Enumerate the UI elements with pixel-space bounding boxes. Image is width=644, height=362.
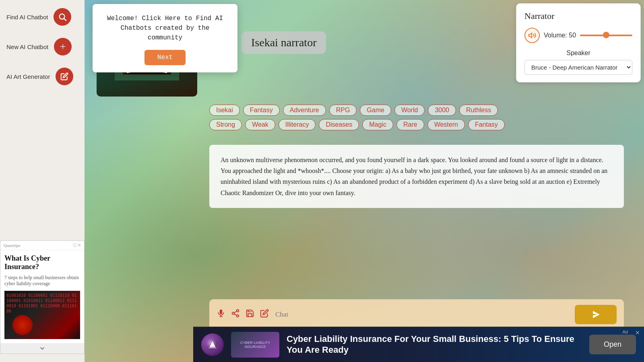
chat-input[interactable]: [275, 309, 568, 320]
tag-rare[interactable]: Rare: [396, 119, 424, 130]
svg-marker-11: [529, 33, 532, 38]
sidebar-item-label: AI Art Generator: [6, 73, 50, 80]
svg-point-0: [60, 14, 65, 19]
volume-row: Volume: 50: [524, 28, 632, 43]
welcome-text: Welcome! Click Here to Find AI Chatbots …: [104, 14, 226, 43]
tag-isekai[interactable]: Isekai: [209, 105, 240, 116]
svg-line-1: [64, 19, 66, 21]
speaker-label: Speaker: [524, 49, 632, 57]
plus-icon[interactable]: +: [54, 38, 72, 56]
ad-code-text: 01001010 01100001 01110110 01100001 0101…: [6, 293, 78, 314]
ad-indicator-label: Ad: [623, 329, 628, 334]
tag-illiteracy[interactable]: Illiteracy: [279, 119, 316, 130]
svg-line-18: [234, 314, 237, 315]
pencil-icon[interactable]: [260, 309, 269, 320]
sidebar-item-new-chatbot[interactable]: New AI Chatbot +: [0, 38, 85, 56]
side-ad-panel: Questtips ⓘ ✕ What Is Cyber Insurance? 7…: [0, 241, 85, 354]
bottom-ad-banner: CYBER LIABILITY INSURANCE Cyber Liabilit…: [193, 327, 644, 362]
ad-header: Questtips ⓘ ✕: [0, 241, 84, 250]
next-button[interactable]: Next: [144, 50, 186, 65]
tag-world[interactable]: World: [394, 105, 425, 116]
tags-area: IsekaiFantasyAdventureRPGGameWorld3000Ru…: [209, 105, 511, 130]
ad-main-text: Cyber Liability Insurance For Your Small…: [287, 334, 582, 355]
ad-collapse-button[interactable]: [0, 343, 84, 354]
tag-fantasy[interactable]: Fantasy: [243, 105, 280, 116]
sidebar-item-label: New AI Chatbot: [6, 43, 48, 50]
ad-close-button[interactable]: ✕: [635, 329, 640, 336]
tag-western[interactable]: Western: [427, 119, 465, 130]
ad-text-block: Cyber Liability Insurance For Your Small…: [287, 334, 582, 355]
ad-description: 7 steps to help small businesses obtain …: [4, 275, 80, 287]
chatbot-title-badge: Isekai narrator: [242, 31, 326, 54]
welcome-popup: Welcome! Click Here to Find AI Chatbots …: [93, 4, 237, 72]
chat-bar: [209, 299, 624, 330]
tag-3000[interactable]: 3000: [428, 105, 456, 116]
ad-open-button[interactable]: Open: [589, 335, 636, 354]
speaker-select[interactable]: Bruce - Deep American Narrator Alice - S…: [524, 60, 632, 75]
ad-body: What Is Cyber Insurance? 7 steps to help…: [0, 250, 84, 343]
main-content: Welcome! Click Here to Find AI Chatbots …: [85, 0, 644, 362]
edit-icon[interactable]: [56, 68, 73, 85]
narrator-title: Narrator: [524, 11, 632, 21]
ad-logo: [201, 333, 224, 356]
sidebar-item-find-chatbot[interactable]: Find AI Chatbot: [0, 8, 85, 26]
volume-label: Volume: 50: [544, 32, 576, 39]
share-icon[interactable]: [231, 309, 240, 320]
volume-slider[interactable]: [580, 35, 632, 36]
ad-source-label: Questtips: [4, 243, 21, 248]
ad-preview-image: CYBER LIABILITY INSURANCE: [231, 332, 279, 358]
tag-diseases[interactable]: Diseases: [319, 119, 359, 130]
microphone-icon[interactable]: [217, 309, 225, 320]
ad-title: What Is Cyber Insurance?: [4, 254, 80, 272]
svg-marker-20: [593, 311, 600, 318]
tag-game[interactable]: Game: [360, 105, 391, 116]
ad-image: 01001010 01100001 01110110 01100001 0101…: [4, 291, 80, 339]
sidebar-item-label: Find AI Chatbot: [6, 14, 48, 21]
narrator-panel: Narrator Volume: 50 Speaker Bruce - Deep…: [516, 3, 641, 82]
save-icon[interactable]: [246, 309, 254, 320]
search-icon[interactable]: [54, 8, 71, 26]
sidebar-item-ai-art[interactable]: AI Art Generator: [0, 68, 85, 85]
story-text: An unknown multiverse phenomenon occurre…: [209, 145, 624, 208]
ad-bug-graphic: [12, 315, 33, 335]
tag-magic[interactable]: Magic: [362, 119, 393, 130]
svg-rect-12: [220, 310, 222, 314]
send-button[interactable]: [575, 305, 617, 324]
tag-adventure[interactable]: Adventure: [283, 105, 326, 116]
tag-strong[interactable]: Strong: [209, 119, 242, 130]
svg-line-19: [234, 311, 237, 313]
tag-fantasy[interactable]: Fantasy: [468, 119, 505, 130]
volume-track: [580, 35, 632, 36]
tag-rpg[interactable]: RPG: [329, 105, 357, 116]
volume-thumb: [603, 32, 609, 38]
chat-icons: [217, 309, 269, 320]
sidebar: Find AI Chatbot New AI Chatbot + AI Art …: [0, 0, 85, 362]
ad-indicator: ⓘ ✕: [73, 243, 81, 248]
volume-icon: [524, 28, 540, 43]
tag-ruthless[interactable]: Ruthless: [459, 105, 498, 116]
tag-weak[interactable]: Weak: [245, 119, 275, 130]
